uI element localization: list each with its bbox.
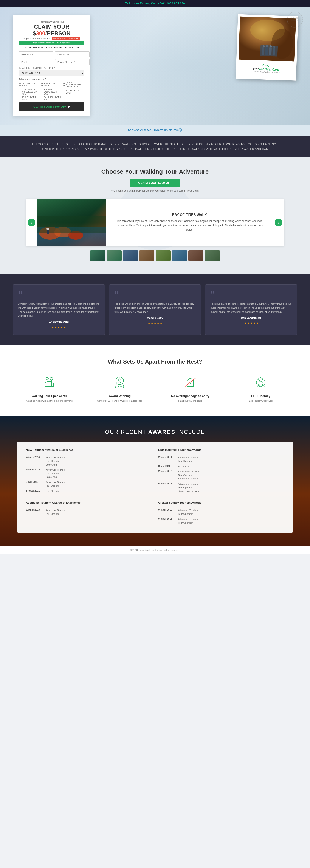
first-name-input[interactable] <box>19 52 53 57</box>
phone-number[interactable]: 1800 865 180 <box>166 2 185 5</box>
bags-title: No overnight bags to carry <box>158 394 222 398</box>
award-detail: Adventure TourismTour Operator <box>178 508 198 516</box>
thumb-8[interactable] <box>205 250 220 261</box>
nsw-title: NSW Tourism Awards of Excellence <box>26 448 152 453</box>
top-bar-text: Talk to an Expert, Call NOW: <box>125 2 166 5</box>
award-year: Winner 2013 <box>26 468 43 479</box>
claim-box: Tasmania Walking Tour CLAIM YOUR $300/PE… <box>13 15 90 116</box>
awards-box: NSW Tourism Awards of Excellence Winner … <box>17 442 293 533</box>
award-detail: Adventure TourismTour OperatorBusiness o… <box>178 482 200 493</box>
svg-text:TASMANIA: TASMANIA <box>291 17 300 19</box>
award-year: Winner 2014 <box>158 456 175 463</box>
choose-claim-button[interactable]: CLAIM YOUR $300 OFF <box>131 179 179 187</box>
claim-heading: CLAIM YOUR $300/PERSON <box>19 24 84 37</box>
awards-content: OUR RECENT AWARDS INCLUDE NSW Tourism Aw… <box>17 429 293 533</box>
testimonial-stars-2: ★★★★★ <box>115 321 196 325</box>
trip-flinders[interactable]: FLINDERS ISLAND WALK <box>41 96 62 100</box>
last-name-input[interactable] <box>55 52 89 57</box>
testimonial-3: " Fabulous day today in the spectacular … <box>205 284 297 335</box>
specialists-svg <box>42 375 57 390</box>
testimonial-name-1: Andrew Howard <box>18 320 100 323</box>
trips-badge: Trips Available from Sept 2018 to April … <box>19 41 84 44</box>
trips-label: Trips You're Interested In * <box>19 78 84 81</box>
name-row <box>19 52 84 57</box>
testimonial-1: " Awesome 3 day Maria Island Tour. Decla… <box>13 284 105 335</box>
australian-awards: Australian Tourism Awards of Excellence … <box>26 501 152 526</box>
thumb-2[interactable] <box>107 250 122 261</box>
claim-button[interactable]: CLAIM YOUR $300 OFF ⊕ <box>19 102 84 111</box>
testimonial-text-3: Fabulous day today in the spectacular Bl… <box>210 302 292 314</box>
trip-bay-fires[interactable]: BAY OF FIRES WALK <box>19 81 40 88</box>
travel-dates-field: Travel Dates (Sept 2018 - Apr 2019) * Sa… <box>19 67 84 76</box>
trip-maria[interactable]: MARIA ISLAND WALK <box>63 89 84 95</box>
mountain-icon <box>262 63 271 67</box>
testimonial-stars-1: ★★★★★ <box>18 325 100 329</box>
award-row: Winner 2013 Adventure TourismTour Operat… <box>26 468 152 479</box>
limited-badge: Limited Spots Available <box>52 37 80 40</box>
thumb-6[interactable] <box>172 250 187 261</box>
polaroid-logo: life'sanadventure The Pack Free Walking … <box>238 59 294 74</box>
award-year: Winner 2014 <box>26 456 43 467</box>
thumb-4[interactable] <box>139 250 154 261</box>
award-row: Winner 2013 Business of the YearTour Ope… <box>158 470 284 480</box>
trip-three-capes[interactable]: THREE CAPES WALK <box>41 81 62 88</box>
apart-item-award: Award Winning Winner of 21 Tourism Award… <box>88 374 152 403</box>
thumb-1[interactable] <box>90 250 105 261</box>
svg-text:AUSTRALIA: AUSTRALIA <box>291 20 299 22</box>
desc-bar: LIFE'S AN ADVENTURE OFFERS A FANTASTIC R… <box>0 136 310 157</box>
super-bird-label: Super Early Bird Discount Limited Spots … <box>19 37 84 40</box>
award-year: Winner 2013 <box>26 508 43 516</box>
email-input[interactable] <box>19 59 53 65</box>
sydney-title: Greater Sydney Tourism Awards <box>158 501 284 506</box>
apart-item-eco: ECO Friendly Eco Tourism Approved <box>229 374 293 403</box>
apart-title: What Sets Us Apart From the Rest? <box>17 359 293 365</box>
trip-tasman[interactable]: TASMAN WILDERNESS WALK <box>41 89 62 95</box>
award-row: Winner 2013 Adventure TourismTour Operat… <box>26 508 152 516</box>
svg-rect-8 <box>262 47 264 55</box>
nsw-awards: NSW Tourism Awards of Excellence Winner … <box>26 448 152 495</box>
sydney-awards: Greater Sydney Tourism Awards Winner 201… <box>158 501 284 526</box>
browse-link[interactable]: BROWSE OUR TASMANIA TRIPS BELOW ⓥ <box>0 125 310 136</box>
trip-cradle[interactable]: CRADLE MOUNTAIN AND WALLS WALK <box>63 81 84 88</box>
award-detail: Adventure TourismTour Operator <box>178 456 198 463</box>
svg-rect-21 <box>47 230 49 235</box>
eco-title: ECO Friendly <box>229 394 293 398</box>
eco-icon <box>252 374 269 391</box>
apart-item-specialists: Walking Tour Specialists Amazing walks w… <box>17 374 81 403</box>
testimonial-name-3: Deb Vandermeer <box>210 316 292 319</box>
tour-description: This fantastic 3 day Bay of Fires walk o… <box>112 219 266 232</box>
tour-slider: ‹ BAY OF FIRES WALK This fantastic 3 day… <box>26 199 284 246</box>
specialists-icon <box>41 374 58 391</box>
slider-next-button[interactable]: › <box>275 219 282 226</box>
award-icon <box>111 374 128 391</box>
travel-dates-select[interactable]: Sat Sep 01 2018 <box>19 70 84 76</box>
slider-prev-button[interactable]: ‹ <box>28 219 35 226</box>
thumb-5[interactable] <box>156 250 171 261</box>
choose-section: Choose Your Walking Tour Adventure CLAIM… <box>0 157 310 274</box>
testimonials-grid: " Awesome 3 day Maria Island Tour. Decla… <box>13 284 297 335</box>
thumb-3[interactable] <box>123 250 138 261</box>
claim-amount: 300 <box>36 30 45 37</box>
apart-grid: Walking Tour Specialists Amazing walks w… <box>17 374 293 403</box>
award-row: Winner 2015 Adventure TourismTour Operat… <box>158 508 284 516</box>
bags-desc: on all our walking tours <box>158 399 222 403</box>
quote-mark-2: " <box>115 290 196 300</box>
award-detail: Eco Tourism <box>178 465 191 468</box>
tour-content: BAY OF FIRES WALK This fantastic 3 day B… <box>106 208 273 237</box>
trip-bruny[interactable]: BRUNY ISLAND WALK <box>19 96 40 100</box>
quote-mark-3: " <box>210 290 292 300</box>
award-row: Winner 2014 Adventure TourismTour Operat… <box>158 456 284 463</box>
tasmania-stamp: TASMANIA AUSTRALIA <box>286 11 304 28</box>
award-row: Winner 2011 Adventure TourismTour Operat… <box>158 482 284 493</box>
trip-pine-coast[interactable]: PINE COAST & WINEGLASS BAY WALK <box>19 89 40 95</box>
thumb-7[interactable] <box>188 250 203 261</box>
award-title: Award Winning <box>88 394 152 398</box>
testimonial-2: " Fabulous walking on offer in Litchfiel… <box>109 284 201 335</box>
award-year: Winner 2015 <box>158 508 175 516</box>
phone-input[interactable] <box>55 59 89 65</box>
award-desc: Winner of 21 Tourism Awards of Excellenc… <box>88 399 152 403</box>
award-row: Winner 2011 Adventure TourismTour Operat… <box>158 517 284 524</box>
award-detail: Tour Operator <box>46 489 60 493</box>
tour-thumbnails <box>13 250 297 263</box>
award-row: Silver 2013 Eco Tourism <box>158 465 284 468</box>
